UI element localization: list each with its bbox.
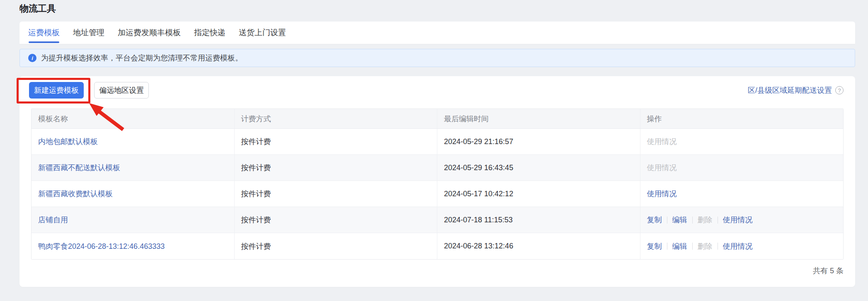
template-table: 模板名称 计费方式 最后编辑时间 操作 内地包邮默认模板 按件计费 2024-0…	[31, 108, 844, 260]
billing-method-cell: 按件计费	[235, 233, 438, 259]
table-row: 新疆西藏收费默认模板 按件计费 2024-05-17 10:42:12 使用情况	[32, 181, 843, 207]
copy-link[interactable]: 复制	[647, 241, 662, 251]
tab-label: 加运费发顺丰模板	[118, 27, 181, 38]
banner-text: 为提升模板选择效率，平台会定期为您清理不常用运费模板。	[41, 53, 242, 63]
actions-cell: 使用情况	[640, 155, 844, 181]
billing-method-cell: 按件计费	[235, 181, 438, 207]
actions-cell: 使用情况	[640, 129, 844, 154]
delay-delivery-settings-link[interactable]: 区/县级区域延期配送设置	[748, 85, 832, 95]
tab-designated-courier[interactable]: 指定快递	[194, 22, 225, 44]
template-name-cell: 新疆西藏不配送默认模板	[32, 155, 235, 181]
total-count-text: 共有 5 条	[813, 266, 844, 276]
table-row: 内地包邮默认模板 按件计费 2024-05-29 21:16:57 使用情况	[32, 129, 843, 155]
action-separator	[692, 243, 693, 250]
edit-link[interactable]: 编辑	[672, 215, 687, 225]
tab-label: 地址管理	[73, 27, 104, 38]
tab-bar: 运费模板 地址管理 加运费发顺丰模板 指定快递 送货上门设置	[19, 22, 855, 44]
actions-cell: 使用情况	[640, 181, 844, 207]
content-card: 新建运费模板 偏远地区设置 区/县级区域延期配送设置 ? 模板名称 计费方式 最…	[19, 76, 855, 287]
usage-status-link: 使用情况	[647, 137, 677, 147]
last-edited-cell: 2024-06-28 13:12:46	[437, 233, 640, 259]
question-mark-icon[interactable]: ?	[835, 86, 844, 94]
create-template-button[interactable]: 新建运费模板	[29, 82, 84, 99]
column-header-actions: 操作	[640, 109, 844, 128]
template-name-link[interactable]: 鸭肉零食2024-06-28-13:12:46.463333	[38, 241, 165, 251]
usage-status-link[interactable]: 使用情况	[723, 241, 753, 251]
copy-link[interactable]: 复制	[647, 215, 662, 225]
template-name-cell: 鸭肉零食2024-06-28-13:12:46.463333	[32, 233, 235, 259]
column-header-billing-method: 计费方式	[235, 109, 438, 128]
tab-home-delivery-settings[interactable]: 送货上门设置	[239, 22, 286, 44]
action-separator	[667, 243, 667, 250]
usage-status-link[interactable]: 使用情况	[647, 189, 677, 199]
last-edited-cell: 2024-05-29 16:43:45	[437, 155, 640, 181]
billing-method-cell: 按件计费	[235, 207, 438, 233]
tab-label: 运费模板	[28, 27, 60, 38]
info-icon: i	[28, 54, 36, 62]
template-name-cell: 新疆西藏收费默认模板	[32, 181, 235, 207]
page-title: 物流工具	[19, 2, 56, 15]
toolbar-right: 区/县级区域延期配送设置 ?	[748, 85, 844, 95]
toolbar: 新建运费模板 偏远地区设置 区/县级区域延期配送设置 ?	[29, 82, 844, 99]
info-banner: i 为提升模板选择效率，平台会定期为您清理不常用运费模板。	[19, 49, 855, 67]
template-name-cell: 内地包邮默认模板	[32, 129, 235, 154]
last-edited-cell: 2024-07-18 11:15:53	[437, 207, 640, 233]
action-separator	[718, 243, 718, 250]
column-header-last-edited: 最后编辑时间	[437, 109, 640, 128]
last-edited-cell: 2024-05-29 21:16:57	[437, 129, 640, 154]
tab-address-management[interactable]: 地址管理	[73, 22, 104, 44]
action-separator	[718, 217, 718, 224]
actions-cell: 复制 编辑 删除 使用情况	[640, 207, 844, 233]
delete-link: 删除	[698, 241, 713, 251]
delete-link: 删除	[698, 215, 713, 225]
billing-method-cell: 按件计费	[235, 155, 438, 181]
table-row: 新疆西藏不配送默认模板 按件计费 2024-05-29 16:43:45 使用情…	[32, 155, 843, 181]
remote-area-settings-button[interactable]: 偏远地区设置	[94, 82, 149, 99]
column-header-template-name: 模板名称	[32, 109, 235, 128]
usage-status-link[interactable]: 使用情况	[723, 215, 753, 225]
table-row: 店铺自用 按件计费 2024-07-18 11:15:53 复制 编辑 删除 使…	[32, 207, 843, 233]
actions-cell: 复制 编辑 删除 使用情况	[640, 233, 844, 259]
template-name-link[interactable]: 新疆西藏收费默认模板	[38, 189, 113, 199]
action-separator	[667, 217, 667, 224]
tab-label: 送货上门设置	[239, 27, 286, 38]
usage-status-link: 使用情况	[647, 163, 677, 173]
table-header-row: 模板名称 计费方式 最后编辑时间 操作	[32, 109, 843, 129]
table-row: 鸭肉零食2024-06-28-13:12:46.463333 按件计费 2024…	[32, 233, 843, 259]
action-separator	[692, 217, 693, 224]
billing-method-cell: 按件计费	[235, 129, 438, 154]
edit-link[interactable]: 编辑	[672, 241, 687, 251]
logistics-tools-page: 物流工具 运费模板 地址管理 加运费发顺丰模板 指定快递 送货上门设置 i 为提…	[0, 0, 868, 301]
tab-freight-template[interactable]: 运费模板	[28, 22, 60, 44]
template-name-cell: 店铺自用	[32, 207, 235, 233]
template-name-link[interactable]: 内地包邮默认模板	[38, 137, 98, 147]
template-name-link[interactable]: 新疆西藏不配送默认模板	[38, 163, 120, 173]
tab-sf-express-template[interactable]: 加运费发顺丰模板	[118, 22, 181, 44]
tab-label: 指定快递	[194, 27, 225, 38]
last-edited-cell: 2024-05-17 10:42:12	[437, 181, 640, 207]
template-name-link[interactable]: 店铺自用	[38, 215, 68, 225]
